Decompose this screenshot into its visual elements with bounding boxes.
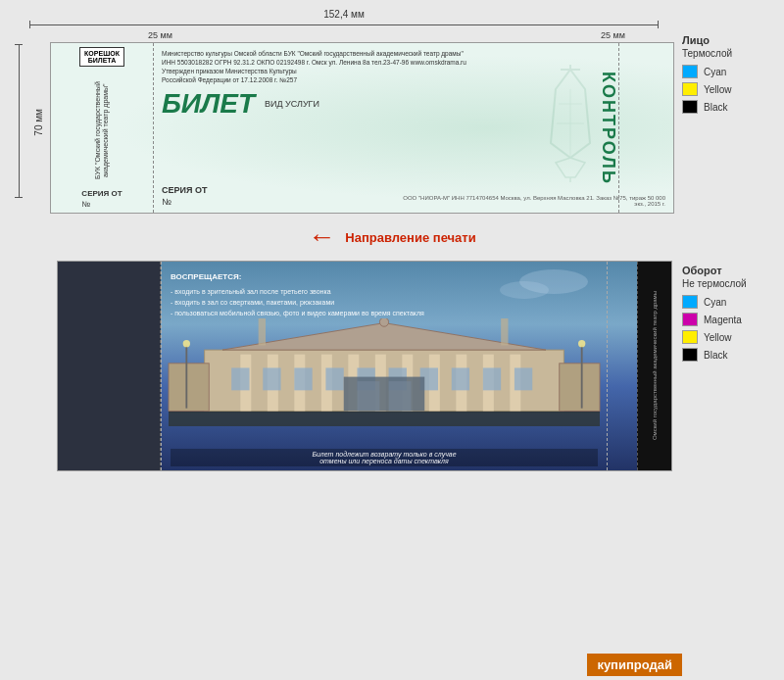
svg-rect-25 <box>294 367 312 390</box>
direction-arrow-icon: ← <box>308 221 335 253</box>
back-cyan-color-box <box>682 295 698 309</box>
ticket-back-wrapper: ВОСПРЕЩАЕТСЯ: - входить в зрительный зал… <box>8 261 776 471</box>
back-dashed-left <box>161 262 162 470</box>
back-bottom-text: Билет подлежит возврату только в случае … <box>171 449 598 466</box>
yellow-label: Yellow <box>704 84 732 95</box>
height-dimension-label: 70 мм <box>33 109 44 136</box>
legend-back-panel: Оборот Не термослой Cyan Magenta Yellow <box>678 261 776 369</box>
legend-back-items: Cyan Magenta Yellow Black <box>682 295 772 362</box>
legend-back-title: Оборот <box>682 265 772 276</box>
stub-series: СЕРИЯ ОТ № <box>81 189 122 209</box>
svg-rect-9 <box>169 413 600 426</box>
back-black-label: Black <box>704 350 727 361</box>
back-magenta-label: Magenta <box>704 315 742 325</box>
cyan-color-box <box>682 65 698 78</box>
legend-front-panel: Лицо Термослой Cyan Yellow Black <box>678 30 776 121</box>
control-text: КОНТРОЛЬ <box>599 72 619 185</box>
stub-vertical-text: БУК "Омский государственный академически… <box>94 73 111 189</box>
legend-back-item-black: Black <box>682 348 772 362</box>
back-black-color-box <box>682 348 698 362</box>
ticket-service-label: ВИД УСЛУГИ <box>265 99 319 109</box>
legend-item-black-front: Black <box>682 100 772 114</box>
back-yellow-label: Yellow <box>704 332 732 343</box>
direction-section: ← Направление печати <box>8 221 776 253</box>
legend-front-title: Лицо <box>682 34 772 46</box>
svg-marker-3 <box>556 158 585 177</box>
ticket-face: КОРЕШОК БИЛЕТА БУК "Омский государственн… <box>50 42 674 214</box>
svg-rect-23 <box>231 367 249 390</box>
legend-back-item-cyan: Cyan <box>682 295 772 309</box>
back-yellow-color-box <box>682 330 698 344</box>
back-right-strip-text: Омский государственный академический теа… <box>652 291 658 440</box>
back-dashed-right <box>607 262 608 470</box>
legend-back-item-magenta: Magenta <box>682 313 772 326</box>
theatre-building <box>161 318 608 426</box>
black-label-front: Black <box>704 102 727 113</box>
svg-point-44 <box>578 340 585 347</box>
ticket-stub: КОРЕШОК БИЛЕТА БУК "Омский государственн… <box>51 43 154 213</box>
main-series-label: СЕРИЯ ОТ <box>162 185 207 195</box>
width-dimension-label: 152,4 мм <box>323 9 365 20</box>
svg-rect-34 <box>358 381 380 411</box>
left-margin-label: 25 мм <box>148 30 172 40</box>
back-rule-2: - входить в зал со свертками, пакетами, … <box>171 297 627 308</box>
cyan-label: Cyan <box>704 67 726 77</box>
yellow-color-box <box>682 82 698 96</box>
direction-label: Направление печати <box>345 230 475 245</box>
legend-front-items: Cyan Yellow Black <box>682 65 772 114</box>
main-series-section: СЕРИЯ ОТ № <box>162 185 207 207</box>
stub-series-label: СЕРИЯ ОТ <box>81 189 122 198</box>
right-margin-label: 25 мм <box>601 30 625 40</box>
svg-rect-39 <box>259 318 266 346</box>
ticket-bottom-row: СЕРИЯ ОТ № ООО "НИОРА-М" ИНН 7714704654 … <box>162 185 665 207</box>
top-ticket-area: 70 мм 25 мм 25 мм КОРЕШОК БИЛЕТА <box>8 30 776 214</box>
svg-rect-40 <box>501 318 508 346</box>
legend-item-yellow: Yellow <box>682 82 772 96</box>
svg-point-42 <box>183 340 190 347</box>
bottom-small-text: ООО "НИОРА-М" ИНН 7714704654 Москва, ул.… <box>391 195 665 207</box>
svg-rect-37 <box>560 364 600 412</box>
svg-marker-11 <box>222 323 546 351</box>
svg-rect-35 <box>389 381 412 411</box>
height-measure <box>8 30 29 200</box>
ticket-main: Министерство культуры Омской области БУК… <box>154 43 673 213</box>
svg-rect-30 <box>452 367 469 390</box>
back-rules-text: ВОСПРЕЩАЕТСЯ: - входить в зрительный зал… <box>171 271 627 318</box>
back-right-strip: Омский государственный академический теа… <box>637 262 671 470</box>
svg-point-38 <box>379 318 388 326</box>
stub-label: КОРЕШОК БИЛЕТА <box>79 47 124 67</box>
legend-back-subtitle: Не термослой <box>682 278 772 289</box>
bottom-section: ВОСПРЕЩАЕТСЯ: - входить в зрительный зал… <box>8 261 776 471</box>
back-rule-3: - пользоваться мобильной связью, фото и … <box>171 308 627 318</box>
main-container: 152,4 мм 70 мм <box>0 0 784 680</box>
back-rules-title: ВОСПРЕЩАЕТСЯ: <box>171 271 627 284</box>
ticket-face-wrapper: 25 мм 25 мм КОРЕШОК БИЛЕТА БУК "Омский г… <box>50 30 674 214</box>
dashed-line-right <box>618 43 619 213</box>
back-main: ВОСПРЕЩАЕТСЯ: - входить в зрительный зал… <box>161 262 637 470</box>
main-number-label: № <box>162 197 207 207</box>
back-dashed-line <box>637 262 638 470</box>
back-rule-1: - входить в зрительный зал после третьег… <box>171 286 627 297</box>
svg-rect-32 <box>514 367 532 390</box>
legend-back-item-yellow: Yellow <box>682 330 772 344</box>
ticket-back: ВОСПРЕЩАЕТСЯ: - входить в зрительный зал… <box>57 261 672 471</box>
svg-rect-33 <box>344 377 425 412</box>
legend-front-subtitle: Термослой <box>682 48 772 59</box>
stub-number-label: № <box>81 200 122 209</box>
back-cyan-label: Cyan <box>704 297 726 308</box>
black-color-box-front <box>682 100 698 114</box>
ticket-bilet-label: БИЛЕТ <box>162 88 255 120</box>
kupiprodai-badge: купипродай <box>587 654 682 676</box>
svg-rect-31 <box>483 367 501 390</box>
legend-item-cyan: Cyan <box>682 65 772 78</box>
back-ticket-container: ВОСПРЕЩАЕТСЯ: - входить в зрительный зал… <box>57 261 672 471</box>
back-magenta-color-box <box>682 313 698 326</box>
svg-rect-24 <box>263 367 280 390</box>
svg-rect-36 <box>169 364 209 412</box>
back-left-panel <box>58 262 161 470</box>
top-section: 152,4 мм 70 мм <box>8 8 776 214</box>
svg-rect-26 <box>325 367 343 390</box>
